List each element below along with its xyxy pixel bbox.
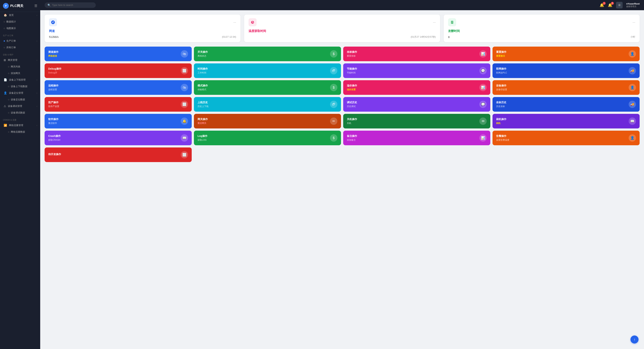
search-box[interactable]: 🔍 xyxy=(44,2,96,8)
action-card-left: Debug操作 Debug开 xyxy=(48,67,62,74)
sidebar-item-traffic-mgmt[interactable]: 📶 网络流量管理 ‹ xyxy=(0,122,40,129)
sidebar-item-traffic-data[interactable]: 网络流量数据 xyxy=(0,129,40,135)
action-card-left: 时间操作 工作时间 xyxy=(198,67,208,74)
action-card-left: 远程操作 远程设置 xyxy=(48,84,58,91)
action-card[interactable]: 测速操作 网速超速 🛍 xyxy=(44,46,192,61)
action-card[interactable]: 调试历史 历史调试 💬 xyxy=(343,97,490,112)
action-card-icon: 📊 xyxy=(479,134,487,142)
chevron-icon: ‹ xyxy=(36,92,37,94)
section-label-device: 设备 & 维护 xyxy=(0,51,40,57)
info-card-temp: ··· 温度获取时间 (01月27 14时42分57秒) xyxy=(244,14,440,42)
action-card-title: 坐标操作 xyxy=(347,50,357,54)
more-dots-temp[interactable]: ··· xyxy=(433,20,436,24)
action-card-icon: 🔔 xyxy=(181,118,188,125)
action-card-icon: $ xyxy=(330,134,337,142)
hamburger-button[interactable]: ☰ xyxy=(34,4,37,8)
ferment-value: 8 xyxy=(448,36,450,38)
action-card-sub: 获取LOG xyxy=(198,138,208,142)
action-card-title: 备注操作 xyxy=(347,134,357,138)
action-card[interactable]: Crash操作 获取CRASH 📖 xyxy=(44,131,192,145)
action-card[interactable]: 远程操作 远程设置 🛍 xyxy=(44,80,192,95)
action-card-sub: 刷机 xyxy=(496,122,506,125)
dot-icon xyxy=(4,28,5,29)
action-card-sub: 重启软件 xyxy=(48,122,58,125)
action-card-title: 告警操作 xyxy=(496,134,509,138)
action-card[interactable]: 投产操作 投停产设置 ⬜ xyxy=(44,97,192,112)
chevron-icon: ‹ xyxy=(36,105,37,107)
sidebar-item-map[interactable]: 地图展示 xyxy=(0,25,40,32)
action-card[interactable]: 备注操作 添加备注 📊 xyxy=(343,131,490,145)
more-dots-speed[interactable]: ··· xyxy=(233,20,236,24)
speed-icon xyxy=(49,18,57,26)
action-card[interactable]: 设备操作 设备ID设置 👤 xyxy=(492,80,640,95)
dot-icon xyxy=(8,132,9,133)
action-card-icon: ⬜ xyxy=(181,151,188,158)
sidebar-label-device-debug-data: 设备调试数据 xyxy=(11,111,25,114)
action-card-sub: 添加备注 xyxy=(347,138,357,142)
action-card[interactable]: 时间操作 工作时间 🗗 xyxy=(194,64,341,78)
action-card[interactable]: Log操作 获取LOG $ xyxy=(194,131,341,145)
action-card[interactable]: 关机操作 关机 ✉ xyxy=(343,114,490,128)
temp-title: 温度获取时间 xyxy=(248,29,436,33)
action-card-left: 坐标历史 历史坐标 xyxy=(496,101,506,108)
action-card[interactable]: 上线历史 历史上下线 🗗 xyxy=(194,97,341,112)
action-card[interactable]: 坐标操作 重置坐标 📊 xyxy=(343,46,490,61)
sidebar-item-device-debug-data[interactable]: 设备调试数据 xyxy=(0,110,40,116)
action-card[interactable]: 模式操作 传输模式 $ xyxy=(194,80,341,95)
scroll-up-button[interactable]: ↑ xyxy=(630,336,638,344)
user-name: nYuserRoot xyxy=(626,2,640,5)
chart-icon: 📶 xyxy=(4,124,7,127)
sidebar-item-gateway-list[interactable]: 网关列表 xyxy=(0,64,40,70)
action-card[interactable]: 待开发操作 ⬜ xyxy=(44,148,192,162)
action-card[interactable]: 网关操作 重启网关 ✏ xyxy=(194,114,341,128)
main-wrapper: 🔍 🔔 1 🔔 8 🖥 nYuserRoot 超级管理员 xyxy=(40,0,644,349)
action-card[interactable]: 坐标历史 历史坐标 🚚 xyxy=(492,97,640,112)
user-role: 超级管理员 xyxy=(626,5,640,8)
more-dots-ferment[interactable]: ··· xyxy=(632,20,635,24)
dot-icon xyxy=(8,73,9,74)
notification-button-2[interactable]: 🔔 8 xyxy=(608,3,612,7)
speed-value: 512kb/s xyxy=(49,35,59,38)
sidebar: P PLC网关 ☰ 🏠 首页 ‹ 数据统计 地图展示 生产 & 订单 生产订单 … xyxy=(0,0,40,349)
chevron-icon: ‹ xyxy=(36,40,37,42)
action-card[interactable]: 告警操作 设置告警温度 👤 xyxy=(492,131,640,145)
sidebar-item-gateway-mgmt[interactable]: ⊞ 网关管理 ‹ xyxy=(0,57,40,64)
user-info[interactable]: nYuserRoot 超级管理员 xyxy=(626,2,640,8)
action-card-icon: 💬 xyxy=(479,67,487,74)
sidebar-item-production-orders[interactable]: 生产订单 ‹ xyxy=(0,38,40,44)
info-card-speed: ··· 网速 512kb/s (01/27 12:34) xyxy=(44,14,240,42)
action-card-left: 关机操作 关机 xyxy=(347,118,357,125)
action-card-left: 备注操作 添加备注 xyxy=(347,134,357,142)
sidebar-item-home[interactable]: 🏠 首页 ‹ xyxy=(0,12,40,18)
action-card-left: 节能操作 节能时间 xyxy=(347,67,357,74)
notification-button-1[interactable]: 🔔 1 xyxy=(600,3,604,7)
action-card-left: 测速操作 网速超速 xyxy=(48,50,58,58)
search-input[interactable] xyxy=(52,4,93,6)
action-card[interactable]: 重置操作 重置激活 👤 xyxy=(492,46,640,61)
chevron-icon: ‹ xyxy=(36,124,37,126)
action-card-icon: ⬜ xyxy=(181,101,188,108)
action-card[interactable]: Debug操作 Debug开 ⬜ xyxy=(44,64,192,78)
action-card[interactable]: 刷机操作 刷机 📖 xyxy=(492,114,640,128)
action-card[interactable]: 软件操作 重启软件 🔔 xyxy=(44,114,192,128)
sidebar-item-device-online-data[interactable]: 设备上下线数据 xyxy=(0,83,40,90)
sidebar-item-device-debug-mgmt[interactable]: ⚠ 设备调试管理 ‹ xyxy=(0,103,40,110)
sidebar-label-gateway-list: 网关列表 xyxy=(11,65,20,68)
file-icon: 📄 xyxy=(4,78,7,82)
logo-icon: P xyxy=(3,3,9,9)
action-card-title: 设备操作 xyxy=(496,84,507,87)
action-card[interactable]: 开关操作 离线状态 $ xyxy=(194,46,341,61)
action-card-icon: $ xyxy=(330,50,337,58)
sidebar-item-device-location-data[interactable]: 设备定位数据 xyxy=(0,96,40,103)
action-card-icon: 📖 xyxy=(181,134,188,142)
sidebar-item-device-online-mgmt[interactable]: 📄 设备上下线管理 ‹ xyxy=(0,76,40,83)
sidebar-item-data-stats[interactable]: 数据统计 xyxy=(0,18,40,25)
sidebar-item-device-location-mgmt[interactable]: 👤 设备定位管理 ‹ xyxy=(0,90,40,96)
action-card[interactable]: 节能操作 节能时间 💬 xyxy=(343,64,490,78)
action-card[interactable]: 溢价操作 溢价设置 📊 xyxy=(343,80,490,95)
main-content: ··· 网速 512kb/s (01/27 12:34) ··· 温度获取时间 xyxy=(40,10,644,349)
sidebar-item-add-gateway[interactable]: 添加网关 xyxy=(0,70,40,76)
action-card-icon: 👤 xyxy=(629,84,636,91)
sidebar-item-all-orders[interactable]: 所有订单 xyxy=(0,44,40,51)
action-card[interactable]: 联网操作 联网连PLC 🚚 xyxy=(492,64,640,78)
